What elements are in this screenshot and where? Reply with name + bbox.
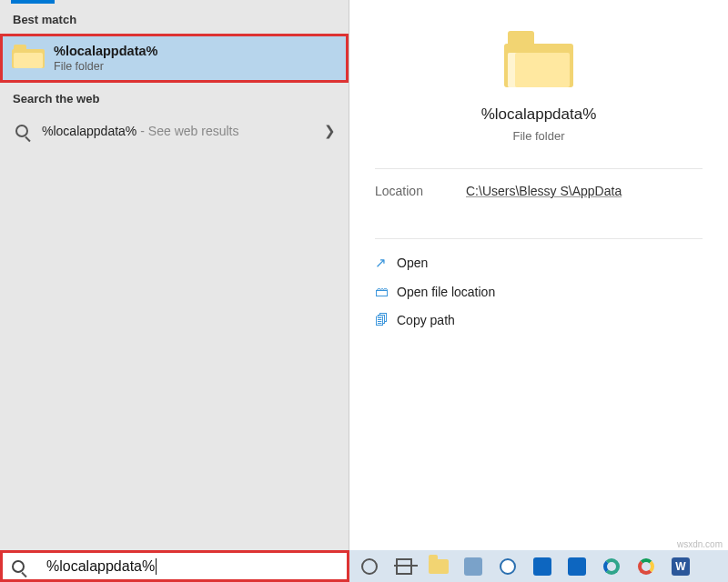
taskbar-icons: W	[359, 556, 692, 577]
store-icon[interactable]	[531, 556, 553, 577]
action-label: Copy path	[397, 313, 455, 327]
chrome-icon[interactable]	[635, 556, 657, 577]
search-web-item[interactable]: %localappdata% - See web results ❯	[0, 113, 349, 149]
folder-icon	[12, 45, 45, 72]
action-open[interactable]: ↗ Open	[375, 248, 703, 277]
search-icon	[13, 122, 31, 140]
watermark: wsxdn.com	[677, 539, 723, 549]
location-row: Location C:\Users\Blessy S\AppData	[375, 169, 703, 213]
action-copy-path[interactable]: 🗐 Copy path	[375, 306, 703, 334]
search-icon	[12, 560, 25, 573]
file-explorer-icon[interactable]	[428, 556, 450, 577]
best-match-title: %localappdata%	[54, 44, 157, 58]
preview-title: %localappdata%	[375, 105, 703, 124]
dell-icon[interactable]	[497, 556, 519, 577]
action-open-location[interactable]: 🗃 Open file location	[375, 277, 703, 306]
copy-icon: 🗐	[375, 312, 397, 327]
action-label: Open	[397, 256, 428, 270]
word-icon[interactable]: W	[670, 556, 692, 577]
best-match-subtitle: File folder	[54, 60, 157, 73]
cortana-icon[interactable]	[359, 556, 380, 577]
open-location-icon: 🗃	[375, 284, 397, 299]
taskbar-search-box[interactable]: %localappdata%	[0, 550, 349, 582]
location-path[interactable]: C:\Users\Blessy S\AppData	[466, 184, 622, 198]
search-results-pane: Best match %localappdata% File folder Se…	[0, 0, 349, 550]
folder-icon-large	[504, 31, 573, 87]
chevron-right-icon: ❯	[324, 123, 336, 139]
taskbar-search-input[interactable]: %localappdata%	[46, 558, 155, 575]
location-label: Location	[375, 184, 466, 198]
preview-pane: %localappdata% File folder Location C:\U…	[349, 0, 728, 550]
open-icon: ↗	[375, 255, 397, 271]
taskbar: %localappdata% W	[0, 550, 728, 582]
best-match-header: Best match	[0, 4, 349, 34]
app-icon[interactable]	[462, 556, 484, 577]
best-match-item[interactable]: %localappdata% File folder	[0, 34, 349, 83]
web-item-label: %localappdata%	[42, 124, 136, 138]
best-match-text: %localappdata% File folder	[54, 44, 157, 73]
text-caret	[156, 558, 157, 575]
edge-icon[interactable]	[601, 556, 622, 577]
actions-list: ↗ Open 🗃 Open file location 🗐 Copy path	[375, 239, 703, 343]
mail-icon[interactable]	[566, 556, 588, 577]
preview-subtitle: File folder	[375, 129, 703, 143]
search-web-header: Search the web	[0, 83, 349, 113]
web-item-hint: - See web results	[140, 124, 238, 138]
task-view-icon[interactable]	[393, 556, 415, 577]
action-label: Open file location	[397, 285, 495, 299]
